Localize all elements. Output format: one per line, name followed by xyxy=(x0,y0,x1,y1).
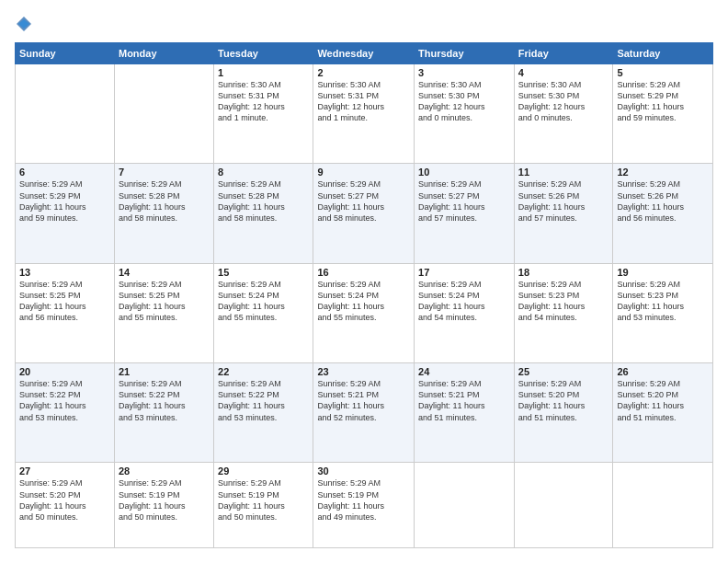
day-number: 7 xyxy=(119,167,210,178)
calendar-day-cell: 26Sunrise: 5:29 AM Sunset: 5:20 PM Dayli… xyxy=(613,363,713,463)
calendar-day-cell: 5Sunrise: 5:29 AM Sunset: 5:29 PM Daylig… xyxy=(613,64,713,164)
calendar-day-cell: 10Sunrise: 5:29 AM Sunset: 5:27 PM Dayli… xyxy=(415,164,515,263)
day-info: Sunrise: 5:29 AM Sunset: 5:24 PM Dayligh… xyxy=(317,279,410,324)
page: SundayMondayTuesdayWednesdayThursdayFrid… xyxy=(0,0,728,563)
day-number: 12 xyxy=(617,167,709,178)
calendar-header-cell: Monday xyxy=(114,43,213,64)
calendar-body: 1Sunrise: 5:30 AM Sunset: 5:31 PM Daylig… xyxy=(16,64,713,548)
calendar-day-cell: 12Sunrise: 5:29 AM Sunset: 5:26 PM Dayli… xyxy=(613,164,713,263)
day-info: Sunrise: 5:29 AM Sunset: 5:25 PM Dayligh… xyxy=(119,279,210,324)
calendar-day-cell: 14Sunrise: 5:29 AM Sunset: 5:25 PM Dayli… xyxy=(114,263,213,362)
day-info: Sunrise: 5:29 AM Sunset: 5:19 PM Dayligh… xyxy=(317,477,410,523)
logo-icon xyxy=(15,15,33,33)
day-info: Sunrise: 5:29 AM Sunset: 5:19 PM Dayligh… xyxy=(119,477,210,523)
calendar-day-cell xyxy=(415,463,515,548)
calendar-day-cell: 16Sunrise: 5:29 AM Sunset: 5:24 PM Dayli… xyxy=(313,263,415,362)
calendar-header-cell: Tuesday xyxy=(214,43,313,64)
calendar-day-cell: 15Sunrise: 5:29 AM Sunset: 5:24 PM Dayli… xyxy=(214,263,313,362)
calendar-day-cell xyxy=(16,64,115,164)
day-info: Sunrise: 5:29 AM Sunset: 5:25 PM Dayligh… xyxy=(19,279,110,324)
header xyxy=(15,15,713,33)
day-info: Sunrise: 5:29 AM Sunset: 5:22 PM Dayligh… xyxy=(119,378,210,423)
calendar-header-cell: Thursday xyxy=(415,43,515,64)
day-info: Sunrise: 5:29 AM Sunset: 5:22 PM Dayligh… xyxy=(218,378,309,423)
day-number: 30 xyxy=(317,465,410,477)
day-number: 29 xyxy=(218,465,309,477)
day-number: 10 xyxy=(418,167,510,178)
day-info: Sunrise: 5:30 AM Sunset: 5:30 PM Dayligh… xyxy=(518,79,609,124)
calendar-day-cell: 11Sunrise: 5:29 AM Sunset: 5:26 PM Dayli… xyxy=(514,164,613,263)
day-info: Sunrise: 5:29 AM Sunset: 5:26 PM Dayligh… xyxy=(518,178,609,224)
day-info: Sunrise: 5:29 AM Sunset: 5:20 PM Dayligh… xyxy=(518,378,609,423)
calendar-table: SundayMondayTuesdayWednesdayThursdayFrid… xyxy=(15,42,713,548)
calendar-day-cell: 25Sunrise: 5:29 AM Sunset: 5:20 PM Dayli… xyxy=(514,363,613,463)
day-info: Sunrise: 5:29 AM Sunset: 5:20 PM Dayligh… xyxy=(19,477,110,523)
day-info: Sunrise: 5:30 AM Sunset: 5:31 PM Dayligh… xyxy=(218,79,309,124)
calendar-day-cell: 30Sunrise: 5:29 AM Sunset: 5:19 PM Dayli… xyxy=(313,463,415,548)
calendar-day-cell xyxy=(514,463,613,548)
day-number: 3 xyxy=(418,67,510,78)
day-number: 6 xyxy=(19,167,110,178)
calendar-day-cell: 27Sunrise: 5:29 AM Sunset: 5:20 PM Dayli… xyxy=(16,463,115,548)
calendar-week-row: 6Sunrise: 5:29 AM Sunset: 5:29 PM Daylig… xyxy=(16,164,713,263)
day-info: Sunrise: 5:29 AM Sunset: 5:29 PM Dayligh… xyxy=(617,79,709,124)
day-info: Sunrise: 5:29 AM Sunset: 5:24 PM Dayligh… xyxy=(218,279,309,324)
day-number: 17 xyxy=(418,267,510,278)
day-info: Sunrise: 5:29 AM Sunset: 5:26 PM Dayligh… xyxy=(617,178,709,224)
calendar-day-cell: 8Sunrise: 5:29 AM Sunset: 5:28 PM Daylig… xyxy=(214,164,313,263)
calendar-header-cell: Wednesday xyxy=(313,43,415,64)
day-number: 8 xyxy=(218,167,309,178)
day-info: Sunrise: 5:30 AM Sunset: 5:31 PM Dayligh… xyxy=(317,79,410,124)
calendar-day-cell: 23Sunrise: 5:29 AM Sunset: 5:21 PM Dayli… xyxy=(313,363,415,463)
day-number: 26 xyxy=(617,366,709,377)
calendar-day-cell: 19Sunrise: 5:29 AM Sunset: 5:23 PM Dayli… xyxy=(613,263,713,362)
day-number: 19 xyxy=(617,267,709,278)
day-number: 13 xyxy=(19,267,110,278)
day-info: Sunrise: 5:29 AM Sunset: 5:28 PM Dayligh… xyxy=(119,178,210,224)
day-number: 14 xyxy=(119,267,210,278)
calendar-week-row: 27Sunrise: 5:29 AM Sunset: 5:20 PM Dayli… xyxy=(16,463,713,548)
day-number: 1 xyxy=(218,67,309,78)
calendar-day-cell: 28Sunrise: 5:29 AM Sunset: 5:19 PM Dayli… xyxy=(114,463,213,548)
day-number: 2 xyxy=(317,67,410,78)
day-number: 15 xyxy=(218,267,309,278)
day-info: Sunrise: 5:29 AM Sunset: 5:21 PM Dayligh… xyxy=(418,378,510,423)
calendar-header-cell: Sunday xyxy=(16,43,115,64)
day-info: Sunrise: 5:29 AM Sunset: 5:21 PM Dayligh… xyxy=(317,378,410,423)
day-number: 23 xyxy=(317,366,410,377)
calendar-week-row: 1Sunrise: 5:30 AM Sunset: 5:31 PM Daylig… xyxy=(16,64,713,164)
calendar-day-cell: 1Sunrise: 5:30 AM Sunset: 5:31 PM Daylig… xyxy=(214,64,313,164)
day-number: 25 xyxy=(518,366,609,377)
calendar-day-cell xyxy=(613,463,713,548)
calendar-day-cell: 6Sunrise: 5:29 AM Sunset: 5:29 PM Daylig… xyxy=(16,164,115,263)
calendar-day-cell: 13Sunrise: 5:29 AM Sunset: 5:25 PM Dayli… xyxy=(16,263,115,362)
day-info: Sunrise: 5:30 AM Sunset: 5:30 PM Dayligh… xyxy=(418,79,510,124)
logo xyxy=(15,15,36,33)
calendar-day-cell: 29Sunrise: 5:29 AM Sunset: 5:19 PM Dayli… xyxy=(214,463,313,548)
day-info: Sunrise: 5:29 AM Sunset: 5:28 PM Dayligh… xyxy=(218,178,309,224)
day-number: 20 xyxy=(19,366,110,377)
day-number: 22 xyxy=(218,366,309,377)
calendar-day-cell: 21Sunrise: 5:29 AM Sunset: 5:22 PM Dayli… xyxy=(114,363,213,463)
calendar-week-row: 13Sunrise: 5:29 AM Sunset: 5:25 PM Dayli… xyxy=(16,263,713,362)
calendar-day-cell: 17Sunrise: 5:29 AM Sunset: 5:24 PM Dayli… xyxy=(415,263,515,362)
day-info: Sunrise: 5:29 AM Sunset: 5:27 PM Dayligh… xyxy=(317,178,410,224)
calendar-header-cell: Saturday xyxy=(613,43,713,64)
day-info: Sunrise: 5:29 AM Sunset: 5:29 PM Dayligh… xyxy=(19,178,110,224)
day-info: Sunrise: 5:29 AM Sunset: 5:27 PM Dayligh… xyxy=(418,178,510,224)
calendar-week-row: 20Sunrise: 5:29 AM Sunset: 5:22 PM Dayli… xyxy=(16,363,713,463)
calendar-day-cell: 22Sunrise: 5:29 AM Sunset: 5:22 PM Dayli… xyxy=(214,363,313,463)
day-info: Sunrise: 5:29 AM Sunset: 5:22 PM Dayligh… xyxy=(19,378,110,423)
calendar-day-cell: 18Sunrise: 5:29 AM Sunset: 5:23 PM Dayli… xyxy=(514,263,613,362)
day-number: 11 xyxy=(518,167,609,178)
calendar-day-cell xyxy=(114,64,213,164)
calendar-day-cell: 7Sunrise: 5:29 AM Sunset: 5:28 PM Daylig… xyxy=(114,164,213,263)
calendar-day-cell: 9Sunrise: 5:29 AM Sunset: 5:27 PM Daylig… xyxy=(313,164,415,263)
day-number: 21 xyxy=(119,366,210,377)
calendar-day-cell: 4Sunrise: 5:30 AM Sunset: 5:30 PM Daylig… xyxy=(514,64,613,164)
day-number: 4 xyxy=(518,67,609,78)
day-number: 5 xyxy=(617,67,709,78)
calendar-header-cell: Friday xyxy=(514,43,613,64)
day-info: Sunrise: 5:29 AM Sunset: 5:24 PM Dayligh… xyxy=(418,279,510,324)
calendar-day-cell: 3Sunrise: 5:30 AM Sunset: 5:30 PM Daylig… xyxy=(415,64,515,164)
